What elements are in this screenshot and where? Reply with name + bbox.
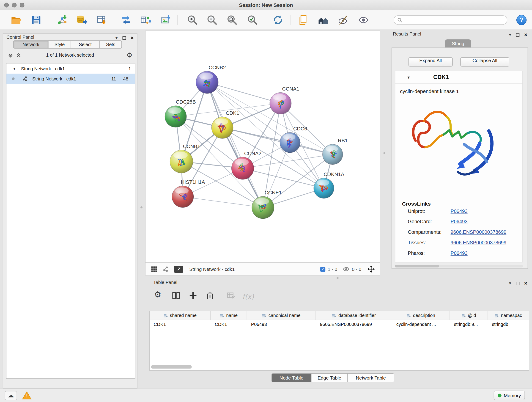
column-header[interactable]: name: [211, 311, 247, 320]
edge-count: 48: [123, 76, 128, 81]
protein-structure-image: [404, 98, 505, 190]
network-node[interactable]: CCNB2: [196, 65, 226, 94]
network-edge[interactable]: [243, 154, 333, 168]
pan-crosshair-icon[interactable]: [367, 265, 375, 273]
network-edge[interactable]: [183, 197, 263, 207]
network-node[interactable]: CCNB1: [170, 143, 200, 173]
transfer-network-icon[interactable]: [120, 14, 132, 26]
network-edge[interactable]: [207, 82, 280, 103]
expand-all-button[interactable]: Expand All: [409, 57, 453, 66]
hide-graphics-details-icon[interactable]: [337, 14, 349, 26]
add-column-icon[interactable]: [189, 291, 199, 301]
tab-node-table[interactable]: Node Table: [272, 373, 312, 382]
selected-items-checkbox[interactable]: ✓: [320, 267, 325, 272]
tab-network[interactable]: Network: [13, 41, 49, 48]
network-node[interactable]: CDC6: [280, 126, 307, 153]
network-view-icon[interactable]: [162, 266, 169, 272]
refresh-layout-icon[interactable]: [272, 14, 284, 26]
column-header[interactable]: @id: [450, 311, 488, 320]
save-session-icon[interactable]: [31, 14, 42, 26]
tab-sets[interactable]: Sets: [100, 41, 121, 48]
crosslink-link[interactable]: P06493: [451, 208, 468, 214]
tab-select[interactable]: Select: [71, 41, 100, 48]
collapse-panel-icon[interactable]: ▾: [509, 32, 511, 37]
tree-expand-icon[interactable]: ▼: [13, 66, 16, 70]
search-box[interactable]: [394, 15, 507, 25]
collapse-all-button[interactable]: Collapse All: [461, 57, 509, 66]
control-panel-tabs: Network Style Select Sets: [13, 40, 122, 49]
network-status-dot: [12, 77, 15, 80]
help-icon[interactable]: ?: [516, 15, 526, 25]
export-image-icon[interactable]: [160, 14, 172, 26]
search-input[interactable]: [404, 17, 503, 22]
warning-icon[interactable]: !: [22, 391, 32, 400]
zoom-out-icon[interactable]: [206, 14, 218, 26]
table-row[interactable]: CDK1 CDK1 P06493 9606.ENSP00000378699 cy…: [150, 320, 529, 329]
gene-collapse-icon[interactable]: ▾: [408, 75, 410, 80]
cloud-icon[interactable]: ☁: [5, 391, 17, 400]
tab-network-table[interactable]: Network Table: [347, 373, 394, 382]
zoom-in-icon[interactable]: [186, 14, 198, 26]
zoom-fit-icon[interactable]: [226, 14, 238, 26]
splitter-handle[interactable]: [336, 277, 339, 279]
network-edge[interactable]: [222, 128, 332, 154]
network-table-icon[interactable]: [140, 14, 152, 26]
network-node[interactable]: CDC25B: [165, 99, 196, 127]
close-panel-icon[interactable]: ×: [524, 281, 527, 285]
network-edge[interactable]: [181, 82, 207, 162]
network-edge[interactable]: [207, 82, 263, 207]
horizontal-scrollbar[interactable]: [151, 365, 192, 369]
string-results-tab[interactable]: String: [445, 39, 471, 48]
network-row-selected[interactable]: String Network - cdk1 11 48: [6, 74, 135, 84]
collapse-panel-icon[interactable]: ▾: [509, 281, 511, 286]
zoom-selected-icon[interactable]: [247, 14, 258, 26]
open-session-icon[interactable]: [10, 14, 22, 26]
crosslink-link[interactable]: P06493: [451, 250, 468, 256]
crosslink-link[interactable]: P06493: [451, 219, 468, 224]
grid-view-icon[interactable]: [151, 266, 157, 272]
network-canvas[interactable]: CCNB2CCNA1CDC25BCDK1CDC6RB1CCNB1CCNA2CDK…: [145, 31, 380, 263]
network-node[interactable]: CCNA1: [270, 86, 299, 114]
birds-eye-view-icon[interactable]: [317, 14, 329, 26]
network-node[interactable]: CDK1: [211, 110, 239, 138]
show-columns-icon[interactable]: [172, 291, 182, 301]
table-options-gear-icon[interactable]: ⚙: [154, 290, 164, 300]
float-panel-icon[interactable]: [516, 33, 519, 36]
search-icon: [397, 17, 402, 22]
collapse-panel-icon[interactable]: ▾: [115, 35, 118, 40]
import-network-file-icon[interactable]: [56, 14, 68, 26]
import-table-icon[interactable]: [96, 14, 108, 26]
close-panel-icon[interactable]: ×: [131, 36, 134, 40]
splitter-handle[interactable]: [383, 152, 385, 154]
crosslink-link[interactable]: 9606.ENSP00000378699: [451, 240, 507, 245]
crosslink-label: Uniprot:: [408, 208, 425, 214]
show-graphics-details-icon[interactable]: [358, 14, 369, 26]
network-node-label: CCNE1: [264, 190, 282, 196]
network-node[interactable]: RB1: [323, 138, 348, 165]
float-panel-icon[interactable]: [122, 36, 126, 40]
crosslink-link[interactable]: 9606.ENSP00000378699: [451, 230, 507, 235]
column-header[interactable]: namespac: [488, 311, 529, 320]
float-panel-icon[interactable]: [516, 281, 519, 285]
control-panel-title: Control Panel: [6, 35, 34, 40]
column-header[interactable]: description: [392, 311, 450, 320]
open-external-icon[interactable]: [174, 266, 183, 273]
network-collection-row[interactable]: ▼ String Network - cdk1 1: [6, 64, 135, 74]
tab-edge-table[interactable]: Edge Table: [311, 373, 348, 382]
column-header[interactable]: database identifier: [316, 311, 392, 320]
hidden-items-eye-icon[interactable]: [343, 266, 350, 273]
copy-document-icon[interactable]: [297, 14, 309, 26]
network-node[interactable]: HIST1H1A: [172, 179, 205, 207]
tab-style[interactable]: Style: [49, 41, 71, 48]
network-options-gear-icon[interactable]: ⚙: [127, 51, 132, 59]
column-header[interactable]: shared name: [150, 311, 211, 320]
results-scrollbar[interactable]: [395, 265, 523, 268]
import-network-database-icon[interactable]: [76, 14, 87, 26]
close-panel-icon[interactable]: ×: [524, 33, 527, 36]
splitter-handle[interactable]: [140, 206, 143, 208]
memory-button[interactable]: Memory: [494, 390, 525, 400]
network-node[interactable]: CDKN1A: [314, 172, 344, 198]
delete-table-icon-disabled: [227, 291, 237, 301]
column-header[interactable]: canonical name: [247, 311, 316, 320]
delete-column-icon[interactable]: [206, 291, 215, 301]
